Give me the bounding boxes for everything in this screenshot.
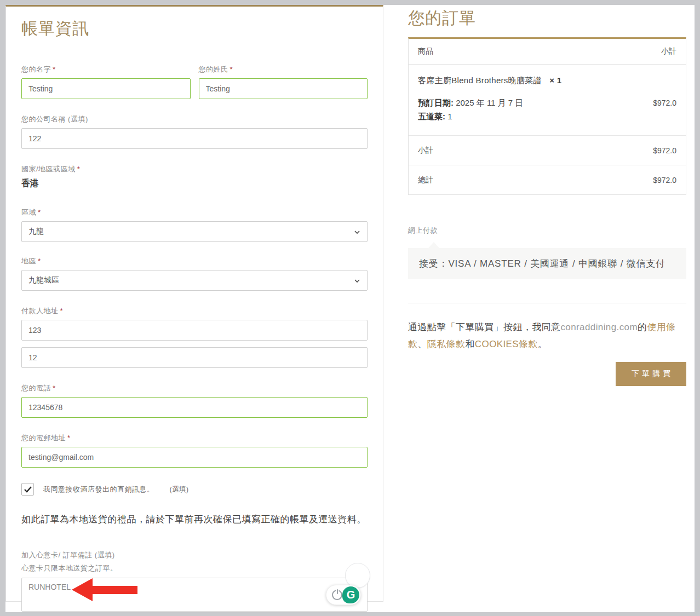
payment-accepted-note: 接受：VISA / MASTER / 美國運通 / 中國銀聯 / 微信支付	[408, 248, 686, 279]
order-note-textarea[interactable]: RUNHOTEL	[21, 578, 368, 612]
district-select[interactable]: 九龍城區	[21, 270, 368, 291]
first-name-label: 您的名字*	[21, 65, 191, 74]
required-asterisk: *	[38, 257, 41, 265]
course-count-row: 五道菜: 1	[418, 110, 676, 123]
subtotal-label: 小計	[418, 146, 433, 156]
last-name-label-text: 您的姓氏	[199, 65, 228, 73]
required-asterisk: *	[77, 165, 81, 173]
order-item-meta: 預訂日期: 2025 年 11 月 7 日 五道菜: 1	[418, 96, 676, 123]
terms-paragraph: 通過點擊「下單購買」按鈕，我同意conraddining.com的使用條款、隱私…	[408, 319, 686, 353]
required-asterisk: *	[53, 65, 56, 73]
chevron-down-icon	[354, 278, 360, 284]
required-asterisk: *	[38, 208, 41, 216]
district-select-value: 九龍城區	[28, 275, 59, 285]
billing-section: 帳單資訊 您的名字* 您的姓氏* 您的公司名稱 (選填) 國家/地區或區域* 香…	[5, 5, 383, 602]
terms-domain: conraddining.com	[560, 322, 638, 332]
first-name-input[interactable]	[21, 78, 191, 99]
first-name-field-group: 您的名字*	[21, 65, 191, 99]
required-asterisk: *	[230, 65, 233, 73]
region-field-group: 區域* 九龍	[21, 208, 368, 242]
total-value: $972.0	[653, 176, 676, 185]
checkout-page: 帳單資訊 您的名字* 您的姓氏* 您的公司名稱 (選填) 國家/地區或區域* 香…	[5, 5, 695, 612]
name-row: 您的名字* 您的姓氏*	[21, 65, 368, 114]
order-title: 您的訂單	[408, 8, 686, 28]
country-field-group: 國家/地區或區域* 香港	[21, 164, 368, 189]
address-label: 付款人地址*	[21, 306, 368, 316]
place-order-button-row: 下單購買	[408, 362, 686, 386]
grammarly-widget[interactable]: G	[326, 585, 361, 605]
privacy-terms-link[interactable]: 隱私條款	[427, 339, 466, 349]
place-order-button[interactable]: 下單購買	[616, 362, 686, 386]
subtotal-column-header: 小計	[661, 47, 676, 56]
order-table-header: 商品 小計	[409, 39, 686, 65]
company-label: 您的公司名稱 (選填)	[21, 114, 368, 124]
last-name-field-group: 您的姓氏*	[199, 65, 368, 99]
region-select-value: 九龍	[28, 227, 44, 237]
first-name-label-text: 您的名字	[21, 65, 51, 73]
order-item-name: 客席主廚Blend Brothers晚膳菜譜	[418, 76, 542, 85]
email-input[interactable]	[21, 447, 368, 468]
payment-method-label: 網上付款	[408, 226, 686, 235]
gift-card-hint: 心意卡只限本地送貨之訂單。	[21, 563, 368, 573]
divider	[408, 303, 686, 303]
required-asterisk: *	[53, 384, 56, 392]
phone-field-group: 您的電話*	[21, 383, 368, 418]
local-delivery-notice: 如此訂單為本地送貨的禮品，請於下單前再次確保已填寫正確的帳單及運送資料。	[21, 513, 368, 526]
terms-prefix: 通過點擊「下單購買」按鈕，我同意	[408, 322, 560, 332]
district-label-text: 地區	[21, 257, 36, 265]
power-icon[interactable]	[332, 590, 342, 600]
address-line2-input[interactable]	[21, 347, 368, 368]
order-item-row: 客席主廚Blend Brothers晚膳菜譜 × 1 預訂日期: 2025 年 …	[409, 65, 686, 136]
chevron-down-icon	[354, 229, 360, 235]
address-line1-input[interactable]	[21, 320, 368, 341]
region-label: 區域*	[21, 208, 368, 217]
grammarly-icon[interactable]: G	[342, 586, 359, 603]
marketing-consent-row: 我同意接收酒店發出的直銷訊息。 (選填)	[21, 483, 368, 496]
company-input[interactable]	[21, 128, 368, 149]
course-count-label: 五道菜:	[418, 112, 445, 121]
payment-accepted-text: 接受：VISA / MASTER / 美國運通 / 中國銀聯 / 微信支付	[419, 258, 665, 269]
terms-sep1: 、	[417, 339, 427, 349]
phone-label: 您的電話*	[21, 383, 368, 393]
last-name-input[interactable]	[199, 78, 368, 99]
region-select[interactable]: 九龍	[21, 221, 368, 242]
total-label: 總計	[418, 175, 433, 185]
order-section: 您的訂單 商品 小計 客席主廚Blend Brothers晚膳菜譜 × 1 預訂…	[383, 5, 695, 386]
terms-sep2: 和	[465, 339, 474, 349]
marketing-consent-label: 我同意接收酒店發出的直銷訊息。	[43, 485, 154, 494]
terms-end: 。	[538, 339, 547, 349]
product-column-header: 商品	[418, 47, 433, 56]
order-table: 商品 小計 客席主廚Blend Brothers晚膳菜譜 × 1 預訂日期: 2…	[408, 37, 686, 195]
required-asterisk: *	[67, 434, 71, 442]
last-name-label: 您的姓氏*	[199, 65, 368, 74]
order-note-wrapper: RUNHOTEL G	[21, 578, 368, 612]
district-label: 地區*	[21, 256, 368, 266]
order-item-title: 客席主廚Blend Brothers晚膳菜譜 × 1	[418, 76, 676, 86]
marketing-consent-checkbox[interactable]	[21, 483, 34, 496]
country-label-text: 國家/地區或區域	[21, 165, 76, 173]
order-item-qty: × 1	[549, 76, 561, 85]
gift-card-label: 加入心意卡/ 訂單備註 (選填)	[21, 550, 368, 560]
email-label: 您的電郵地址*	[21, 433, 368, 443]
phone-label-text: 您的電話	[21, 384, 51, 392]
subtotal-row: 小計 $972.0	[409, 136, 686, 165]
course-count-value: 1	[447, 112, 452, 121]
terms-of: 的	[638, 322, 647, 332]
email-field-group: 您的電郵地址*	[21, 433, 368, 468]
address-field-group: 付款人地址*	[21, 306, 368, 368]
total-row: 總計 $972.0	[409, 165, 686, 194]
booking-date-row: 預訂日期: 2025 年 11 月 7 日	[418, 96, 676, 110]
country-value: 香港	[21, 178, 368, 189]
region-label-text: 區域	[21, 208, 36, 216]
checkmark-icon	[24, 486, 32, 493]
email-label-text: 您的電郵地址	[21, 434, 66, 442]
booking-date-label: 預訂日期:	[418, 98, 454, 107]
marketing-optional-note: (選填)	[170, 485, 189, 494]
order-item-price: $972.0	[653, 99, 676, 107]
country-label: 國家/地區或區域*	[21, 164, 368, 174]
booking-date-value: 2025 年 11 月 7 日	[456, 98, 523, 107]
phone-input[interactable]	[21, 397, 368, 418]
district-field-group: 地區* 九龍城區	[21, 256, 368, 291]
address-label-text: 付款人地址	[21, 307, 59, 315]
cookies-terms-link[interactable]: COOKIES條款	[475, 339, 538, 349]
